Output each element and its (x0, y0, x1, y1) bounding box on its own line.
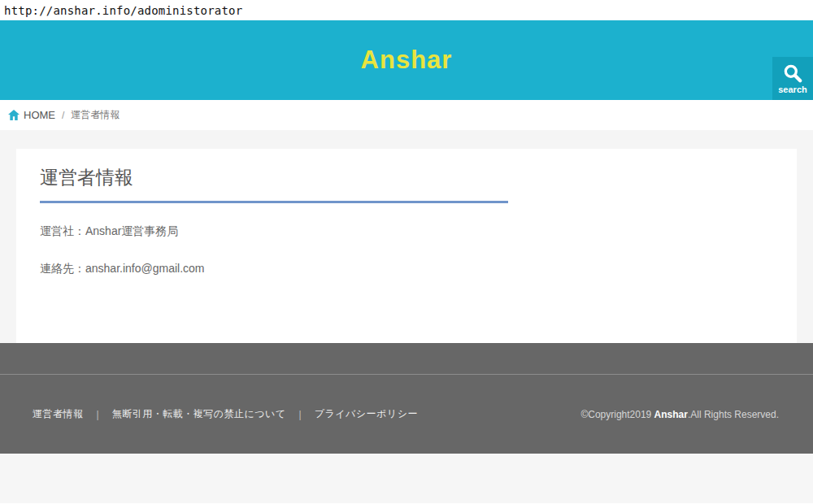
footer-link-separator: | (299, 409, 302, 420)
page-background: 運営者情報 運営社：Anshar運営事務局 連絡先：anshar.info@gm… (0, 130, 813, 343)
site-footer: 運営者情報 | 無断引用・転載・複写の禁止について | プライバシーポリシー ©… (0, 343, 813, 454)
search-button[interactable]: search (772, 57, 813, 100)
site-logo[interactable]: Anshar (0, 46, 813, 75)
search-button-label: search (778, 85, 806, 94)
footer-top-strip (0, 343, 813, 375)
content-card: 運営者情報 運営社：Anshar運営事務局 連絡先：anshar.info@gm… (16, 149, 797, 343)
breadcrumb-home-link[interactable]: HOME (8, 109, 55, 121)
contact-info-line: 連絡先：anshar.info@gmail.com (40, 262, 772, 276)
operator-info-line: 運営社：Anshar運営事務局 (40, 224, 772, 239)
page-title: 運営者情報 (40, 165, 508, 203)
site-header: Anshar search (0, 20, 813, 100)
page-bottom-strip (0, 454, 813, 503)
home-icon (8, 110, 20, 120)
breadcrumb-current-page: 運営者情報 (71, 108, 120, 122)
footer-link-privacy-policy[interactable]: プライバシーポリシー (315, 407, 418, 421)
browser-url-bar[interactable]: http://anshar.info/adoministorator (0, 0, 813, 20)
breadcrumb: HOME / 運営者情報 (0, 100, 813, 130)
footer-link-operator-info[interactable]: 運営者情報 (33, 407, 84, 421)
copyright-notice: ©Copyright2019 Anshar.All Rights Reserve… (580, 409, 779, 420)
search-icon (782, 63, 803, 84)
footer-link-no-reproduction[interactable]: 無断引用・転載・複写の禁止について (112, 407, 286, 421)
footer-link-separator: | (97, 409, 99, 420)
url-text: http://anshar.info/adoministorator (4, 4, 242, 17)
copyright-suffix: .All Rights Reserved. (688, 409, 779, 420)
copyright-brand: Anshar (654, 409, 688, 420)
footer-nav: 運営者情報 | 無断引用・転載・複写の禁止について | プライバシーポリシー (33, 407, 418, 421)
copyright-prefix: ©Copyright2019 (580, 409, 654, 420)
breadcrumb-home-label: HOME (24, 109, 55, 121)
breadcrumb-separator: / (62, 110, 64, 121)
footer-main: 運営者情報 | 無断引用・転載・複写の禁止について | プライバシーポリシー ©… (0, 375, 813, 454)
